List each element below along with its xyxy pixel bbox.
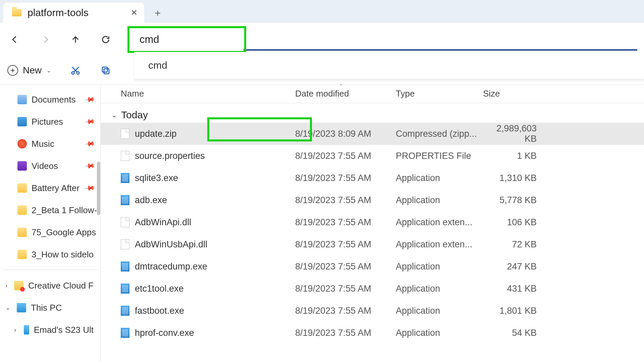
file-name: etc1tool.exe — [135, 284, 184, 294]
file-row[interactable]: adb.exe8/19/2023 7:55 AMApplication5,778… — [101, 189, 644, 211]
doc-icon — [17, 95, 27, 104]
sidebar-tree-creative-cloud-f[interactable]: ›Creative Cloud F — [0, 275, 100, 297]
fol-icon — [17, 250, 27, 259]
tab-platform-tools[interactable]: platform-tools ✕ — [3, 3, 144, 23]
file-date: 8/19/2023 7:55 AM — [295, 217, 396, 228]
file-row[interactable]: fastboot.exe8/19/2023 7:55 AMApplication… — [101, 300, 644, 322]
sidebar-item-75-google-apps[interactable]: 75_Google Apps — [0, 221, 100, 243]
pin-icon: 📌 — [84, 182, 96, 194]
column-date[interactable]: ⌃ Date modified — [295, 88, 396, 99]
sidebar-item-2-beta-1-follow-[interactable]: 2_Beta 1 Follow- — [0, 199, 100, 221]
file-name: AdbWinUsbApi.dll — [135, 239, 207, 250]
folder-icon — [12, 9, 21, 16]
column-type[interactable]: Type — [396, 88, 483, 99]
new-tab-button[interactable]: ＋ — [153, 6, 163, 20]
file-type: Application — [396, 306, 483, 316]
sidebar-item-label: Pictures — [32, 117, 63, 127]
file-row[interactable]: dmtracedump.exe8/19/2023 7:55 AMApplicat… — [101, 255, 644, 278]
annotation-highlight-address — [127, 26, 246, 53]
file-name: hprof-conv.exe — [135, 328, 194, 338]
sidebar-item-pictures[interactable]: Pictures📌 — [0, 111, 100, 133]
file-name: dmtracedump.exe — [135, 261, 207, 272]
fol-icon — [17, 205, 27, 215]
file-size: 72 KB — [483, 239, 540, 250]
file-icon — [121, 151, 129, 161]
cut-button[interactable] — [69, 64, 82, 76]
sidebar-item-battery-after[interactable]: Battery After📌 — [0, 177, 100, 199]
file-size: 2,989,603 KB — [483, 123, 540, 144]
file-date: 8/19/2023 7:55 AM — [295, 284, 396, 294]
column-size[interactable]: Size — [483, 88, 540, 99]
back-button[interactable] — [7, 31, 23, 48]
file-row[interactable]: sqlite3.exe8/19/2023 7:55 AMApplication1… — [101, 167, 644, 189]
up-button[interactable] — [67, 31, 84, 48]
file-date: 8/19/2023 8:09 AM — [295, 129, 396, 139]
refresh-button[interactable] — [97, 31, 114, 48]
file-name: update.zip — [135, 129, 177, 139]
sidebar-item-documents[interactable]: Documents📌 — [0, 88, 100, 111]
file-type: Application — [396, 173, 483, 183]
tab-bar: platform-tools ✕ ＋ — [0, 0, 644, 23]
file-row[interactable]: etc1tool.exe8/19/2023 7:55 AMApplication… — [101, 278, 644, 300]
sidebar-item-label: This PC — [31, 303, 62, 313]
copy-button[interactable] — [100, 64, 112, 76]
file-icon — [121, 173, 129, 183]
tab-title: platform-tools — [28, 7, 89, 18]
sidebar-item-videos[interactable]: Videos📌 — [0, 155, 100, 177]
nav-row — [0, 23, 644, 56]
sidebar: Documents📌Pictures📌Music📌Videos📌Battery … — [0, 84, 101, 362]
sidebar-item-label: Emad's S23 Ult — [34, 325, 94, 335]
file-size: 1,801 KB — [483, 306, 540, 316]
column-headers: Name ⌃ Date modified Type Size — [101, 84, 644, 103]
sidebar-separator — [3, 269, 98, 270]
file-row[interactable]: AdbWinUsbApi.dll8/19/2023 7:55 AMApplica… — [101, 233, 644, 255]
address-bar-wrap — [127, 27, 637, 52]
close-tab-button[interactable]: ✕ — [131, 8, 138, 17]
file-type: Application exten... — [396, 239, 483, 250]
expand-icon[interactable]: › — [14, 326, 19, 334]
group-header-today[interactable]: ⌄ Today — [101, 103, 644, 123]
file-icon — [121, 217, 129, 227]
file-icon — [121, 195, 129, 205]
file-date: 8/19/2023 7:55 AM — [295, 195, 396, 205]
sidebar-item-3-how-to-sidelo[interactable]: 3_How to sidelo — [0, 243, 100, 265]
file-name: source.properties — [135, 151, 205, 161]
file-icon — [121, 284, 129, 294]
new-tab-area: ＋ — [144, 3, 171, 23]
file-row[interactable]: hprof-conv.exe8/19/2023 7:55 AMApplicati… — [101, 322, 644, 344]
new-button[interactable]: + New ⌄ — [7, 65, 51, 76]
expand-icon[interactable]: › — [5, 282, 9, 289]
file-icon — [121, 239, 129, 249]
column-name[interactable]: Name — [121, 88, 295, 99]
file-size: 5,778 KB — [483, 195, 540, 205]
cc-icon — [14, 281, 23, 290]
file-row[interactable]: update.zip8/19/2023 8:09 AMCompressed (z… — [101, 123, 644, 145]
group-label: Today — [121, 109, 148, 121]
sidebar-scrollbar[interactable] — [97, 162, 100, 215]
file-date: 8/19/2023 7:55 AM — [295, 173, 396, 183]
expand-icon[interactable]: ⌄ — [5, 304, 12, 311]
sidebar-tree-this-pc[interactable]: ⌄This PC — [0, 297, 100, 319]
file-size: 1 KB — [483, 151, 540, 161]
file-type: Application — [396, 195, 483, 205]
pin-icon: 📌 — [84, 116, 96, 127]
file-list: Name ⌃ Date modified Type Size ⌄ Today u… — [101, 84, 644, 362]
file-row[interactable]: source.properties8/19/2023 7:55 AMPROPER… — [101, 145, 644, 167]
pin-icon: 📌 — [84, 138, 96, 149]
sidebar-item-label: Documents — [32, 95, 76, 105]
file-date: 8/19/2023 7:55 AM — [295, 151, 396, 161]
file-type: Application — [396, 284, 483, 294]
chevron-down-icon: ⌄ — [111, 111, 117, 119]
svg-rect-2 — [104, 69, 109, 74]
file-size: 1,310 KB — [483, 173, 540, 183]
file-row[interactable]: AdbWinApi.dll8/19/2023 7:55 AMApplicatio… — [101, 211, 644, 233]
file-date: 8/19/2023 7:55 AM — [295, 239, 396, 250]
body-split: Documents📌Pictures📌Music📌Videos📌Battery … — [0, 84, 644, 362]
file-name: sqlite3.exe — [135, 173, 178, 183]
address-suggestion[interactable]: cmd — [134, 52, 644, 79]
forward-button[interactable] — [37, 31, 54, 48]
sidebar-item-label: 2_Beta 1 Follow- — [32, 205, 97, 216]
sidebar-item-label: Battery After — [32, 183, 79, 193]
sidebar-tree-emad-s-s23-ult[interactable]: ›Emad's S23 Ult — [0, 319, 100, 341]
sidebar-item-music[interactable]: Music📌 — [0, 133, 100, 155]
